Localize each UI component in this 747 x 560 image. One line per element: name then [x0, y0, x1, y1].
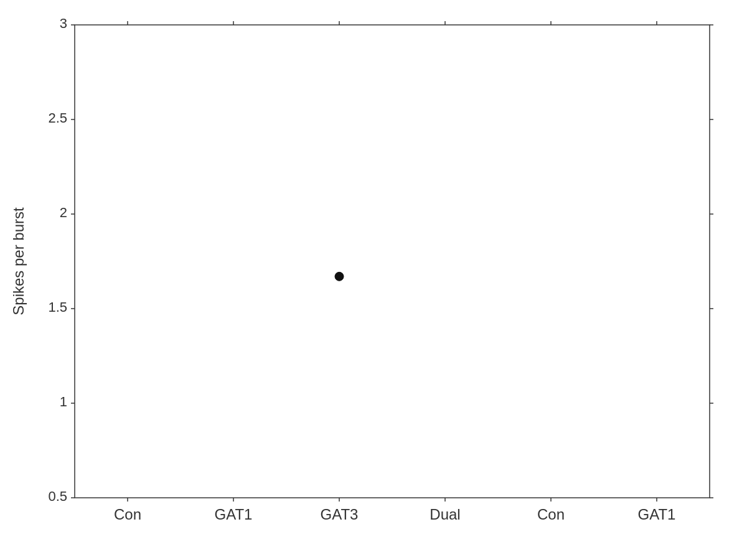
svg-text:1: 1 [60, 394, 67, 409]
svg-text:GAT3: GAT3 [321, 506, 359, 523]
svg-text:Spikes per burst: Spikes per burst [10, 207, 27, 315]
svg-point-39 [335, 272, 344, 281]
svg-text:GAT1: GAT1 [638, 506, 676, 523]
svg-text:1.5: 1.5 [48, 299, 67, 315]
svg-text:2.5: 2.5 [48, 110, 67, 126]
svg-text:Con: Con [537, 506, 565, 523]
svg-text:GAT1: GAT1 [215, 506, 253, 523]
svg-text:Dual: Dual [430, 506, 460, 523]
svg-text:0.5: 0.5 [48, 488, 67, 504]
chart-container: 0.511.522.53ConGAT1GAT3DualConGAT1Spikes… [0, 0, 747, 560]
svg-rect-1 [75, 25, 710, 498]
svg-text:2: 2 [60, 205, 67, 220]
svg-text:Con: Con [114, 506, 141, 523]
scatter-chart: 0.511.522.53ConGAT1GAT3DualConGAT1Spikes… [0, 0, 747, 560]
svg-text:3: 3 [60, 16, 67, 31]
